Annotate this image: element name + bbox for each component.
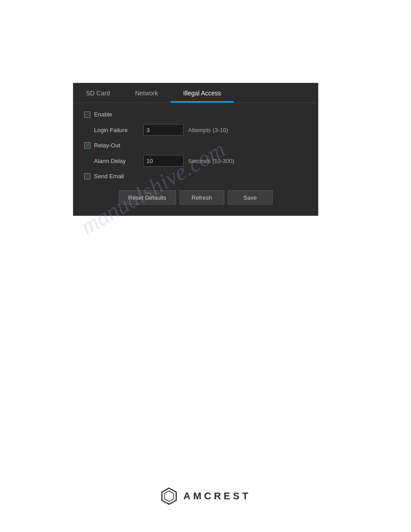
relay-out-label[interactable]: Relay-Out [84, 142, 120, 149]
svg-marker-1 [165, 491, 174, 502]
tab-sd-card[interactable]: SD Card [73, 83, 123, 103]
tab-bar: SD Card Network Illegal Access [73, 83, 318, 103]
logo-text: AMCREST [184, 490, 251, 502]
send-email-row: Send Email [84, 173, 307, 180]
enable-row: Enable [84, 111, 307, 118]
enable-checkbox[interactable] [84, 112, 90, 118]
alarm-delay-label: Alarm Delay [94, 158, 139, 164]
login-failure-input[interactable] [143, 124, 184, 136]
tab-illegal-access[interactable]: Illegal Access [171, 83, 234, 103]
button-row: Reset Defaults Refresh Save [84, 186, 307, 206]
alarm-delay-input[interactable] [143, 155, 184, 167]
content-area: Enable Login Failure Attempts (3-10) Rel… [73, 103, 318, 215]
send-email-checkbox[interactable] [84, 173, 90, 180]
relay-out-checkbox[interactable] [84, 142, 90, 149]
login-failure-row: Login Failure Attempts (3-10) [84, 124, 307, 136]
reset-defaults-button[interactable]: Reset Defaults [119, 190, 176, 205]
login-failure-hint: Attempts (3-10) [188, 127, 228, 133]
amcrest-logo-icon [160, 487, 178, 505]
page-container: SD Card Network Illegal Access Enable Lo… [0, 0, 411, 532]
tab-network[interactable]: Network [123, 83, 171, 103]
save-button[interactable]: Save [228, 190, 273, 205]
relay-out-row: Relay-Out [84, 142, 307, 149]
logo-container: AMCREST [160, 487, 251, 505]
dialog-panel: SD Card Network Illegal Access Enable Lo… [73, 83, 318, 216]
alarm-delay-hint: Seconds (10-300) [188, 158, 234, 164]
send-email-label[interactable]: Send Email [84, 173, 124, 180]
login-failure-label: Login Failure [94, 127, 139, 133]
enable-label[interactable]: Enable [84, 111, 112, 118]
refresh-button[interactable]: Refresh [180, 190, 224, 205]
alarm-delay-row: Alarm Delay Seconds (10-300) [84, 155, 307, 167]
